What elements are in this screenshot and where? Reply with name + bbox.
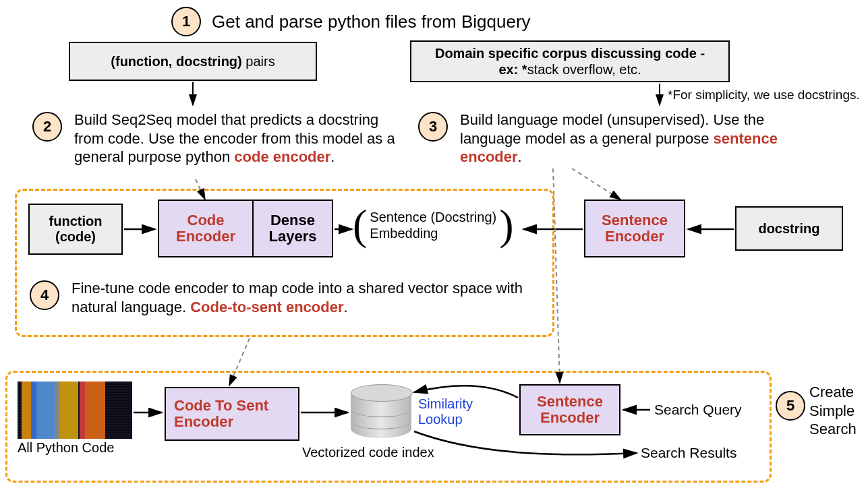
open-bracket-icon: ( — [353, 208, 367, 242]
sentence-encoder-box-2: Sentence Encoder — [519, 384, 620, 435]
pairs-box: (function, docstring) pairs — [69, 42, 317, 81]
step-1-badge: 1 — [171, 7, 201, 36]
sentence-encoder-box: Sentence Encoder — [584, 200, 685, 257]
function-code-box: function (code) — [28, 204, 123, 255]
vectorized-index-label: Vectorized code index — [302, 445, 434, 460]
similarity-lookup-label: Similarity Lookup — [418, 396, 473, 427]
step-5-badge: 5 — [776, 391, 805, 421]
step-5-text: Create Simple Search — [809, 383, 857, 439]
docstring-box: docstring — [735, 206, 843, 251]
all-python-code-label: All Python Code — [18, 440, 132, 456]
corpus-box: Domain specific corpus discussing code -… — [410, 40, 730, 82]
close-bracket-icon: ) — [499, 208, 513, 242]
step-2-badge: 2 — [32, 112, 62, 142]
step-4-text: Fine-tune code encoder to map code into … — [71, 279, 529, 316]
sentence-embedding-label: Sentence (Docstring) Embedding — [367, 209, 499, 241]
step-1-title: Get and parse python files from Bigquery — [212, 11, 531, 32]
search-results-label: Search Results — [641, 445, 736, 461]
svg-line-3 — [572, 169, 620, 200]
database-cylinder-icon — [351, 384, 411, 438]
code-thumbnail-icon — [18, 382, 132, 439]
step-3-text: Build language model (unsupervised). Use… — [460, 111, 796, 166]
corpus-footnote: *For simplicity, we use docstrings. — [668, 88, 860, 102]
step-3-badge: 3 — [418, 112, 448, 142]
dense-layers-box: Dense Layers — [252, 200, 333, 257]
search-query-label: Search Query — [654, 402, 742, 418]
step-4-badge: 4 — [30, 280, 59, 310]
step-2-text: Build Seq2Seq model that predicts a docs… — [74, 111, 410, 166]
code-encoder-box: Code Encoder — [158, 200, 252, 257]
code-to-sent-encoder-box: Code To Sent Encoder — [165, 387, 299, 441]
